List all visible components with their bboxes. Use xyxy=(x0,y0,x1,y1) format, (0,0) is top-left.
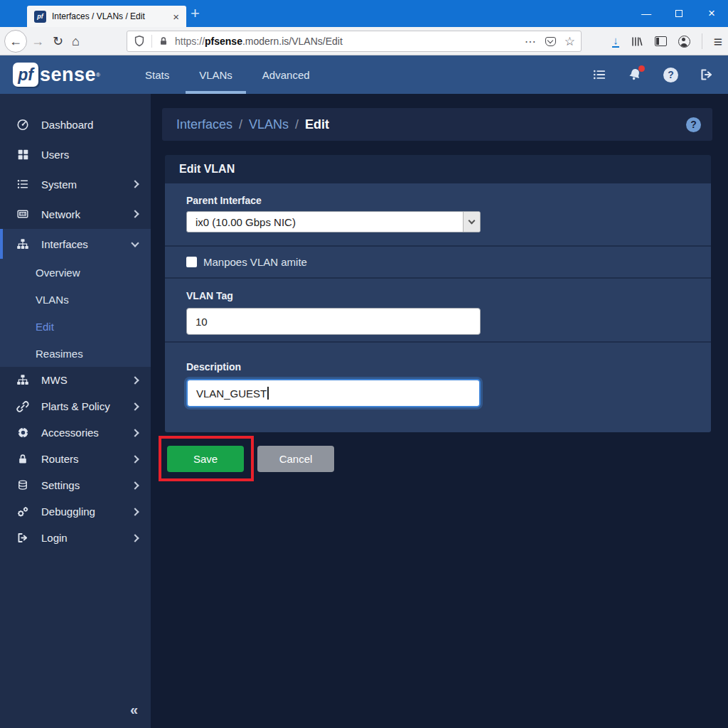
nav-item-stats[interactable]: Stats xyxy=(130,55,184,94)
page-actions-icon[interactable]: ⋯ xyxy=(525,35,537,48)
library-icon[interactable] xyxy=(631,36,643,48)
sidebar-item-label: Accessories xyxy=(41,427,132,439)
sidebar-item-interfaces[interactable]: Interfaces xyxy=(0,229,151,259)
parent-interface-value: ix0 (10.00 Gbps NIC) xyxy=(187,216,463,228)
text-cursor xyxy=(267,387,269,400)
sidebar-item-users[interactable]: Users xyxy=(0,139,151,169)
notifications-bell-icon[interactable] xyxy=(628,68,642,82)
description-input[interactable]: VLAN_GUEST xyxy=(186,379,481,407)
pfsense-header: pf sense ® Stats VLANs Advanced ? xyxy=(0,55,728,94)
window-maximize-button[interactable] xyxy=(663,3,695,24)
sidebar-item-routers[interactable]: Routers xyxy=(0,446,151,472)
nav-item-vlans[interactable]: VLANs xyxy=(184,55,247,94)
vlan-tag-input[interactable] xyxy=(186,308,481,335)
tracking-shield-icon[interactable] xyxy=(133,35,146,48)
sidebar-subitem-label: VLANs xyxy=(36,294,69,306)
accessories-icon xyxy=(16,427,30,439)
sidebar-item-mws[interactable]: MWS xyxy=(0,367,151,393)
breadcrumb-link-vlans[interactable]: VLANs xyxy=(249,117,289,132)
sidebar-item-settings[interactable]: Settings xyxy=(0,472,151,498)
sidebar-item-label: Login xyxy=(41,532,132,544)
sidebar-subitem-reasimes[interactable]: Reasimes xyxy=(0,340,151,367)
chevron-right-icon xyxy=(131,534,139,542)
browser-tab[interactable]: pf Interfaces / VLANs / Edit × xyxy=(27,6,186,27)
lock-icon[interactable] xyxy=(158,36,169,47)
sidebar-subitem-vlans[interactable]: VLANs xyxy=(0,286,151,313)
vlan-native-checkbox[interactable] xyxy=(186,257,197,267)
sidebar-item-label: Debuggling xyxy=(41,505,132,518)
back-button[interactable]: ← xyxy=(4,30,27,53)
list-icon[interactable] xyxy=(592,68,606,81)
pfsense-logo[interactable]: pf sense ® xyxy=(13,63,100,87)
parent-interface-select[interactable]: ix0 (10.00 Gbps NIC) xyxy=(186,211,481,232)
breadcrumb: Interfaces / VLANs / Edit ? xyxy=(162,108,712,141)
sidebar-item-label: Interfaces xyxy=(41,238,132,250)
url-scheme: https:// xyxy=(175,36,205,47)
header-icons: ? xyxy=(592,55,714,94)
sidebar-item-network[interactable]: Network xyxy=(0,199,151,229)
sidebar-toggle-icon[interactable] xyxy=(655,36,667,46)
url-text[interactable]: https://pfsense.modern.is/VLANs/Edit xyxy=(175,36,519,47)
address-bar-divider xyxy=(151,35,152,48)
window-close-button[interactable]: × xyxy=(695,3,728,24)
address-bar[interactable]: https://pfsense.modern.is/VLANs/Edit ⋯ ☆ xyxy=(127,31,582,52)
sidebar-item-label: Plarts & Policy xyxy=(41,400,132,412)
sidebar-item-debuggling[interactable]: Debuggling xyxy=(0,498,151,525)
vlan-tag-row: VLAN Tag xyxy=(165,277,711,341)
breadcrumb-current: Edit xyxy=(305,117,329,132)
chevron-right-icon xyxy=(131,508,139,515)
forward-button[interactable]: → xyxy=(31,35,44,48)
dashboard-gauge-icon xyxy=(16,118,30,131)
description-label: Description xyxy=(186,361,711,373)
pfsense-favicon: pf xyxy=(34,11,46,23)
sidebar-item-dashboard[interactable]: Dashboard xyxy=(0,109,151,139)
browser-toolbar: ← → ↻ ⌂ https://pfsense.modern.is/VLANs/… xyxy=(0,27,728,55)
breadcrumb-help-icon[interactable]: ? xyxy=(686,117,701,132)
main-content: Interfaces / VLANs / Edit ? Edit VLAN Pa… xyxy=(151,94,728,728)
pfsense-logo-sense: sense xyxy=(40,64,96,86)
refresh-button[interactable]: ↻ xyxy=(53,35,63,48)
tab-title: Interfaces / VLANs / Edit xyxy=(52,11,171,21)
header-logout-icon[interactable] xyxy=(700,68,714,82)
sidebar-item-plarts-policy[interactable]: Plarts & Policy xyxy=(0,393,151,419)
annotation-highlight xyxy=(159,436,254,481)
nav-item-advanced[interactable]: Advanced xyxy=(247,55,325,94)
screen: pf Interfaces / VLANs / Edit × + — × ← →… xyxy=(0,0,728,728)
parent-interface-row: Parent Interface ix0 (10.00 Gbps NIC) xyxy=(165,183,711,245)
url-host: pfsense xyxy=(205,36,242,47)
window-minimize-button[interactable]: — xyxy=(630,3,663,24)
sidebar-subitem-overview[interactable]: Overview xyxy=(0,259,151,286)
sidebar-subitem-edit[interactable]: Edit xyxy=(0,313,151,340)
select-dropdown-button[interactable] xyxy=(463,212,480,232)
new-tab-button[interactable]: + xyxy=(191,4,200,23)
cancel-button[interactable]: Cancel xyxy=(257,446,334,472)
sidebar-item-system[interactable]: System xyxy=(0,169,151,199)
tab-close-icon[interactable]: × xyxy=(171,11,181,23)
toolbar-right-icons: ↓ ≡ xyxy=(612,27,722,55)
menu-icon[interactable]: ≡ xyxy=(714,34,722,49)
chevron-right-icon xyxy=(131,180,139,188)
vlan-native-checkbox-row: Manpoes VLAN amite xyxy=(165,245,711,277)
bookmark-star-icon[interactable]: ☆ xyxy=(564,34,575,49)
sidebar-subitem-label: Edit xyxy=(36,321,54,333)
breadcrumb-link-interfaces[interactable]: Interfaces xyxy=(176,117,232,132)
sidebar-item-login[interactable]: Login xyxy=(0,525,151,551)
chevron-right-icon xyxy=(131,455,139,463)
chevron-right-icon xyxy=(131,429,139,437)
downloads-icon[interactable]: ↓ xyxy=(612,35,619,48)
browser-titlebar: pf Interfaces / VLANs / Edit × + — × xyxy=(0,0,728,27)
maximize-icon xyxy=(675,10,682,17)
chevron-right-icon xyxy=(131,481,139,489)
system-list-icon xyxy=(16,178,30,190)
top-nav: Stats VLANs Advanced xyxy=(130,55,325,94)
chevron-right-icon xyxy=(131,402,139,410)
account-icon[interactable] xyxy=(678,36,690,48)
header-help-icon[interactable]: ? xyxy=(663,68,678,82)
sidebar-item-accessories[interactable]: Accessories xyxy=(0,419,151,446)
sidebar-collapse-button[interactable]: « xyxy=(130,702,138,718)
pocket-icon[interactable] xyxy=(545,37,556,46)
vlan-native-checkbox-label[interactable]: Manpoes VLAN amite xyxy=(203,256,307,268)
parent-interface-label: Parent Interface xyxy=(186,195,711,206)
database-icon xyxy=(16,479,30,491)
home-button[interactable]: ⌂ xyxy=(72,35,80,48)
